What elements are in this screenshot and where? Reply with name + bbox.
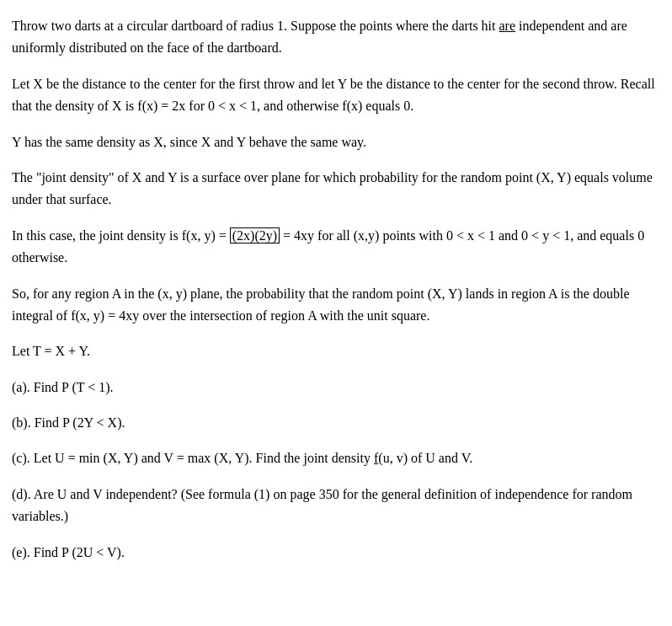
- paragraph-part-e: (e). Find P (2U < V).: [12, 542, 657, 564]
- paragraph-4: The "joint density" of X and Y is a surf…: [12, 167, 657, 211]
- paragraph-1: Throw two darts at a circular dartboard …: [12, 15, 657, 60]
- paragraph-part-a: (a). Find P (T < 1).: [12, 377, 657, 399]
- paragraph-part-d: (d). Are U and V independent? (See formu…: [12, 484, 657, 528]
- boxed-expression: (2x)(2y): [230, 227, 280, 243]
- paragraph-2: Let X be the distance to the center for …: [12, 73, 657, 118]
- paragraph-6: So, for any region A in the (x, y) plane…: [12, 283, 657, 328]
- main-content: Throw two darts at a circular dartboard …: [12, 15, 657, 564]
- paragraph-5: In this case, the joint density is f(x, …: [12, 225, 657, 270]
- paragraph-part-c: (c). Let U = min (X, Y) and V = max (X, …: [12, 447, 657, 469]
- underline-f: f: [374, 451, 378, 465]
- paragraph-part-b: (b). Find P (2Y < X).: [12, 412, 657, 434]
- underline-are: are: [499, 19, 516, 33]
- paragraph-7: Let T = X + Y.: [12, 340, 657, 362]
- paragraph-3: Y has the same density as X, since X and…: [12, 131, 657, 153]
